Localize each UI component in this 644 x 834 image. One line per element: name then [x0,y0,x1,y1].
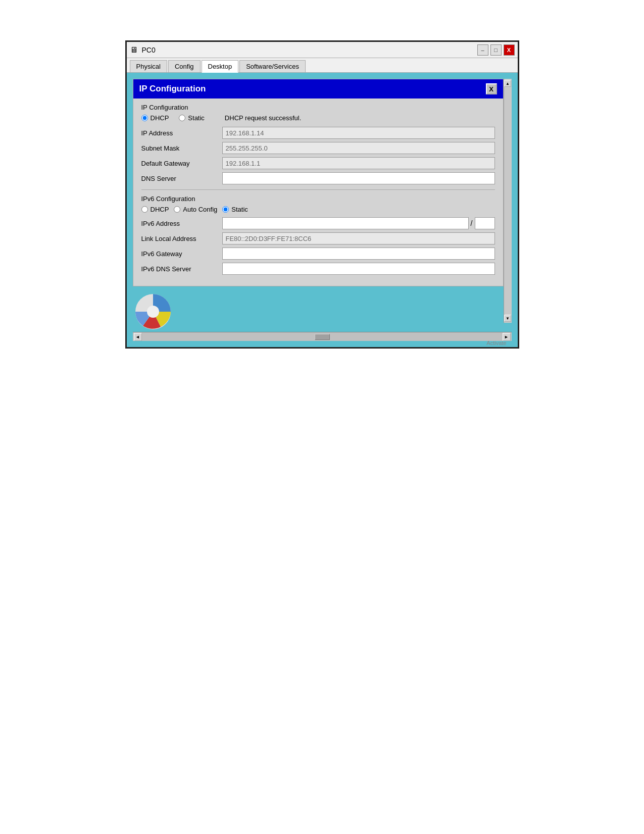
ip-config-panel: IP Configuration X IP Configuration DHCP [133,79,504,286]
scroll-thumb[interactable] [315,334,330,340]
ipv6-mode-row: DHCP Auto Config Static [141,206,495,213]
ip-config-body: IP Configuration DHCP Static DHCP reques… [133,99,503,286]
ipv6-static-radio[interactable] [222,206,229,213]
ipv6-gateway-row: IPv6 Gateway [141,248,495,260]
ipv6-dns-input[interactable] [222,263,495,275]
title-bar-left: 🖥 PC0 [130,45,156,55]
default-gateway-row: Default Gateway [141,157,495,169]
dhcp-radio[interactable] [141,115,148,121]
ipv6-gateway-label: IPv6 Gateway [141,250,222,258]
pie-chart-icon [133,291,173,332]
dns-server-label: DNS Server [141,175,222,182]
bottom-area [133,291,504,332]
tab-bar: Physical Config Desktop Software/Service… [127,58,518,73]
static-radio-group[interactable]: Static [179,114,205,122]
ip-config-section-label: IP Configuration [141,104,495,111]
ipv6-gateway-input[interactable] [222,248,495,260]
tab-software-services[interactable]: Software/Services [239,60,306,72]
ipv6-address-input[interactable] [222,217,469,229]
minimize-button[interactable]: – [477,44,488,56]
ipv6-slash: / [471,219,473,227]
ipv6-dhcp-radio-group[interactable]: DHCP [141,206,169,213]
section-divider [141,189,495,190]
ipv6-static-radio-group[interactable]: Static [222,206,248,213]
dns-server-row: DNS Server [141,172,495,184]
link-local-input[interactable] [222,232,495,244]
activate-text: Activate [486,340,506,346]
static-radio[interactable] [179,115,185,121]
dns-server-input[interactable] [222,172,495,184]
default-gateway-input[interactable] [222,157,495,169]
ipv6-static-label: Static [231,206,248,213]
dhcp-status: DHCP request successful. [225,114,302,122]
subnet-mask-input[interactable] [222,142,495,154]
ipv6-autoconfig-radio-group[interactable]: Auto Config [174,206,217,213]
ip-address-input[interactable] [222,127,495,139]
dhcp-label: DHCP [151,114,169,122]
ipv6-autoconfig-label: Auto Config [183,206,217,213]
maximize-button[interactable]: □ [490,44,502,56]
static-label: Static [188,114,205,122]
subnet-mask-label: Subnet Mask [141,144,222,152]
window-title: PC0 [142,46,156,54]
svg-point-1 [147,306,159,318]
ip-address-row: IP Address [141,127,495,139]
ipv6-dns-label: IPv6 DNS Server [141,265,222,273]
ipv6-dhcp-label: DHCP [151,206,169,213]
tab-config[interactable]: Config [168,60,201,72]
ipv6-autoconfig-radio[interactable] [174,206,180,213]
tab-desktop[interactable]: Desktop [202,60,239,73]
tab-physical[interactable]: Physical [130,60,167,72]
title-bar: 🖥 PC0 – □ X [127,42,518,58]
ip-config-header: IP Configuration X [133,79,503,99]
right-scrollbar: ▲ ▼ [504,79,512,323]
ipv4-mode-row: DHCP Static DHCP request successful. [141,114,495,122]
scroll-left-button[interactable]: ◄ [134,333,142,341]
ipv6-address-row: IPv6 Address / [141,217,495,229]
scroll-down-button[interactable]: ▼ [504,315,511,322]
link-local-label: Link Local Address [141,235,222,242]
ip-config-title: IP Configuration [139,84,206,94]
scroll-up-button[interactable]: ▲ [504,80,511,87]
ip-config-close-button[interactable]: X [486,83,497,94]
main-window: 🖥 PC0 – □ X Physical Config Desktop Soft… [125,40,519,349]
ipv6-prefix-input[interactable] [475,217,495,229]
ipv6-input-group: / [222,217,495,229]
link-local-row: Link Local Address [141,232,495,244]
ip-address-label: IP Address [141,129,222,137]
window-icon: 🖥 [130,45,139,55]
ipv6-address-label: IPv6 Address [141,220,222,227]
dhcp-radio-group[interactable]: DHCP [141,114,169,122]
bottom-scrollbar: ◄ Activate ► [133,332,512,341]
subnet-mask-row: Subnet Mask [141,142,495,154]
ipv6-dhcp-radio[interactable] [141,206,148,213]
window-controls: – □ X [477,44,515,56]
ipv6-section-label: IPv6 Configuration [141,195,495,203]
content-wrapper: IP Configuration X IP Configuration DHCP [133,79,512,332]
ipv6-dns-row: IPv6 DNS Server [141,263,495,275]
main-content: IP Configuration X IP Configuration DHCP [127,73,518,347]
window-close-button[interactable]: X [504,44,515,56]
default-gateway-label: Default Gateway [141,160,222,167]
